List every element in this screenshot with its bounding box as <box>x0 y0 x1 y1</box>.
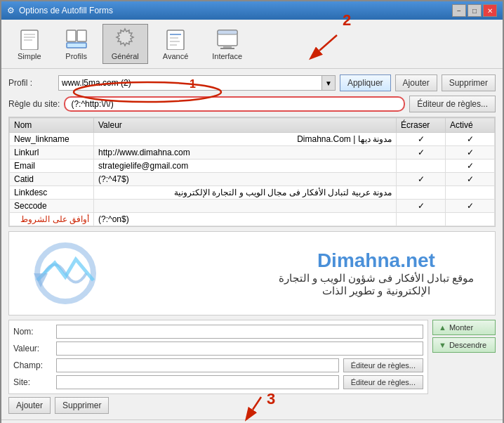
svg-rect-4 <box>67 30 76 41</box>
ajouter-entry-button[interactable]: Ajouter <box>8 397 51 414</box>
col-header-nom: Nom <box>10 118 94 133</box>
cell-valeur: http://www.dimahna.com <box>94 146 397 160</box>
interface-label: Interface <box>212 52 242 60</box>
cell-active: ✓ <box>446 133 495 146</box>
site-row: Site: Éditeur de règles... <box>13 375 423 389</box>
toolbar-profils[interactable]: Profils <box>56 24 97 64</box>
simple-label: Simple <box>18 52 41 60</box>
table-row[interactable]: New_linknameمدونة ديها | Dimahna.Com✓✓ <box>10 133 495 146</box>
svg-rect-5 <box>77 30 86 41</box>
profil-label: Profil : <box>8 78 54 88</box>
cell-valeur <box>94 200 397 213</box>
ajouter-button[interactable]: Ajouter <box>395 74 437 91</box>
title-icon: ⚙ <box>7 6 15 15</box>
cell-ecraser <box>397 186 446 200</box>
simple-icon <box>18 27 41 50</box>
avance-icon <box>164 27 187 50</box>
cell-active <box>446 186 495 200</box>
cell-valeur: (?:^47$) <box>94 173 397 186</box>
cell-ecraser: ✓ <box>397 133 446 146</box>
col-header-active: Activé <box>446 118 495 133</box>
svg-rect-15 <box>223 46 232 48</box>
toolbar: Simple Profils <box>1 20 503 69</box>
table-row[interactable]: أوافق على الشروط(?:^on$) <box>10 213 495 226</box>
bottom-section: Nom: Valeur: Champ: Éditeur de règles... <box>8 320 496 414</box>
cell-active: ✓ <box>446 173 495 186</box>
profil-input[interactable]: www.l5ma.com (2) <box>58 75 336 91</box>
champ-input[interactable] <box>56 358 339 372</box>
nom-input[interactable] <box>56 325 423 339</box>
watermark-title: Dimahna.net <box>279 249 474 272</box>
bottom-left: Nom: Valeur: Champ: Éditeur de règles... <box>8 320 428 414</box>
col-header-ecraser: Écraser <box>397 118 446 133</box>
cell-valeur: مدونة ديها | Dimahna.Com <box>94 133 397 146</box>
cell-nom: Seccode <box>10 200 94 213</box>
general-label: Général <box>112 52 139 60</box>
descendre-button[interactable]: ▼ Descendre <box>432 337 496 353</box>
regle-row: Règle du site: (?:^http:\/\/) Éditeur de… <box>8 96 496 112</box>
valeur-label: Valeur: <box>13 344 52 353</box>
rule-input[interactable]: (?:^http:\/\/) <box>64 96 405 112</box>
champ-label: Champ: <box>13 360 52 370</box>
profil-dropdown-wrapper: www.l5ma.com (2) ▼ <box>58 75 336 91</box>
editeur-regles-button[interactable]: Éditeur de règles... <box>409 96 496 112</box>
profil-dropdown-arrow[interactable]: ▼ <box>321 75 336 91</box>
editeur-site-button[interactable]: Éditeur de règles... <box>343 375 423 389</box>
table-row[interactable]: Emailstrategielife@gmail.com✓ <box>10 160 495 173</box>
rule-input-wrapper: (?:^http:\/\/) <box>64 96 405 112</box>
toolbar-general[interactable]: Général <box>102 24 148 64</box>
supprimer-entry-button[interactable]: Supprimer <box>55 397 109 414</box>
site-label: Site: <box>13 377 52 387</box>
svg-rect-8 <box>167 30 184 50</box>
svg-rect-16 <box>220 48 234 49</box>
toolbar-avance[interactable]: Avancé <box>154 24 198 64</box>
arrow-down-icon: ▼ <box>439 341 446 349</box>
appliquer-button[interactable]: Appliquer <box>340 74 391 91</box>
cell-nom: New_linkname <box>10 133 94 146</box>
arrow-up-icon: ▲ <box>439 323 446 332</box>
minimize-button[interactable]: − <box>452 4 466 17</box>
profils-icon <box>65 27 88 50</box>
table-row[interactable]: Linkdescمدونة عربية لتبادل الأفكار فى مج… <box>10 186 495 200</box>
cell-active: ✓ <box>446 200 495 213</box>
supprimer-button[interactable]: Supprimer <box>442 74 496 91</box>
cell-nom: Linkurl <box>10 146 94 160</box>
table-row[interactable]: Seccode✓✓ <box>10 200 495 213</box>
monter-button[interactable]: ▲ Monter <box>432 320 496 335</box>
interface-icon <box>216 27 239 50</box>
svg-rect-6 <box>67 43 86 48</box>
window-title: Options de Autofill Forms <box>19 6 113 15</box>
avance-label: Avancé <box>163 52 189 60</box>
cell-nom: Email <box>10 160 94 173</box>
bottom-right-buttons: ▲ Monter ▼ Descendre <box>432 320 496 414</box>
toolbar-simple[interactable]: Simple <box>8 24 51 64</box>
cell-valeur: مدونة عربية لتبادل الأفكار فى مجال الويب… <box>94 186 397 200</box>
maximize-button[interactable]: □ <box>467 4 482 17</box>
cell-active: ✓ <box>446 146 495 160</box>
data-table: Nom Valeur Écraser Activé New_linknameمد… <box>9 117 495 226</box>
table-row[interactable]: Linkurlhttp://www.dimahna.com✓✓ <box>10 146 495 160</box>
editeur-champ-button[interactable]: Éditeur de règles... <box>343 358 423 372</box>
valeur-row: Valeur: <box>13 341 423 356</box>
nom-label: Nom: <box>13 327 52 337</box>
cell-ecraser: ✓ <box>397 173 446 186</box>
watermark-section: Dimahna.net موقع تبادل الأفكار فى شؤون ا… <box>8 231 496 315</box>
cell-nom: Linkdesc <box>10 186 94 200</box>
cell-ecraser: ✓ <box>397 146 446 160</box>
champ-row: Champ: Éditeur de règles... <box>13 358 423 372</box>
cell-ecraser: ✓ <box>397 200 446 213</box>
cell-nom: أوافق على الشروط <box>10 213 94 226</box>
cell-active <box>446 213 495 226</box>
bottom-form: Nom: Valeur: Champ: Éditeur de règles... <box>8 320 428 394</box>
footer: Ok Réinitialiser tous les profils Annule… <box>1 419 503 423</box>
watermark-subtitle2: الإلكترونية و تطوير الذات <box>279 285 474 297</box>
regle-label: Règle du site: <box>8 99 60 109</box>
table-row[interactable]: Catid(?:^47$)✓✓ <box>10 173 495 186</box>
toolbar-interface[interactable]: Interface <box>203 24 251 64</box>
cell-ecraser <box>397 213 446 226</box>
close-button[interactable]: ✕ <box>483 4 497 17</box>
cell-valeur: strategielife@gmail.com <box>94 160 397 173</box>
svg-rect-14 <box>218 30 237 34</box>
site-input[interactable] <box>56 375 339 389</box>
valeur-input[interactable] <box>56 341 423 356</box>
